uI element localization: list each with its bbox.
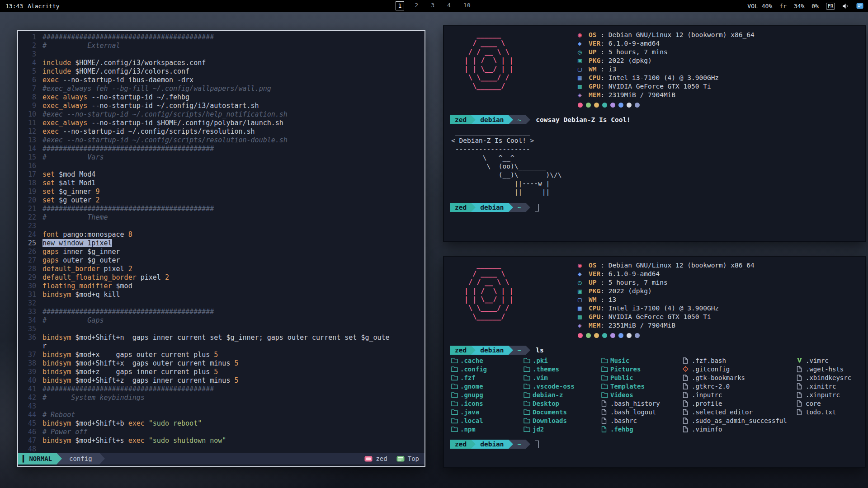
entry-name: Templates: [610, 383, 645, 390]
code-area[interactable]: 1#######################################…: [18, 33, 425, 455]
cowsay-output: ___________________ < Debian-Z Is Cool! …: [451, 128, 860, 197]
workspace-button-2[interactable]: 2: [412, 1, 420, 10]
entry-name: .viminfo: [692, 426, 722, 433]
fetch-value: NVIDIA GeForce GTX 1050 Ti: [609, 313, 711, 320]
token: # Power off: [42, 428, 87, 436]
directory-item: Videos: [601, 390, 683, 399]
top-bar: 13:43 Alacritty 123410 VOL 40% fr 34% 0%…: [0, 0, 868, 12]
entry-name: .gtkrc-2.0: [692, 383, 730, 390]
code-line: 16: [20, 162, 425, 170]
powerline-arrow: [471, 440, 476, 449]
line-number: 27: [20, 256, 36, 265]
token: ########################################…: [42, 385, 214, 393]
powerline-arrow: [526, 346, 530, 355]
fetch-value: i3: [609, 296, 616, 303]
fetch-row-packages: ▣PKG: 2022 (dpkg): [578, 56, 755, 65]
token: $mod+Shift+n gaps inner current set $g_i…: [71, 333, 389, 342]
line-text: set $mod Mod4: [42, 170, 95, 178]
terminal-window-ls[interactable]: ______ / ____ \ / / __ \ \ | | / \ | | |…: [443, 256, 866, 468]
keyboard-layout-text[interactable]: fr: [779, 3, 787, 9]
folder-icon: [524, 383, 533, 389]
line-text: font pango:monospace 8: [42, 230, 132, 239]
code-line: 25new_window 1pixel: [20, 239, 425, 248]
code-line: 23: [20, 222, 425, 230]
shell-prompt: zed debian ~ ls: [450, 346, 860, 355]
line-number: 2: [20, 42, 36, 50]
directory-item: .vscode-oss: [524, 382, 601, 390]
entry-name: .vim: [533, 374, 548, 381]
entry-name: .themes: [533, 366, 559, 373]
directory-item: .npm: [451, 425, 524, 433]
workspace-button-1[interactable]: 1: [396, 1, 405, 10]
powerline-arrow: [471, 346, 476, 355]
palette-dot: [610, 333, 615, 338]
token: pixel: [99, 265, 128, 273]
ls-column: .cache.config.fzf.gnome.gnupg.icons.java…: [451, 356, 524, 433]
fetch-value: Debian GNU/Linux 12 (bookworm) x86_64: [609, 31, 755, 38]
entry-name: core: [806, 400, 821, 407]
line-text: include $HOME/.config/i3/workspaces.conf: [42, 59, 206, 67]
ls-column: MusicPicturesPublicTemplatesVideos.bash_…: [601, 356, 683, 433]
code-line: 7#exec_always feh --bg-fill ~/.config/wa…: [20, 84, 425, 93]
terminal-window-cowsay[interactable]: ______ / ____ \ / / __ \ \ | | / \ | | |…: [443, 25, 866, 242]
line-text: #exec --no-startup-id ~/.config/scripts/…: [42, 136, 288, 144]
workspace-button-3[interactable]: 3: [429, 1, 437, 10]
token: 5: [234, 359, 238, 367]
line-number: 29: [20, 273, 36, 282]
code-line: 8exec_always --no-startup-id ~/.fehbg: [20, 93, 425, 102]
line-text: #exec --no-startup-id ~/.config/scripts/…: [42, 110, 288, 118]
terminal-content[interactable]: ______ / ____ \ / / __ \ \ | | / \ | | |…: [444, 257, 865, 467]
line-text: gaps outer $g_outer: [42, 256, 120, 264]
cpu-usage: 34%: [794, 3, 804, 9]
line-number: 34: [20, 316, 36, 325]
token: outer $g_outer: [59, 256, 120, 264]
fetch-colon: :: [600, 83, 608, 90]
mode-indicator: ▍NORMAL: [18, 453, 57, 465]
speaker-icon[interactable]: [842, 3, 849, 9]
position-icon: [396, 456, 405, 462]
workspace-button-4[interactable]: 4: [445, 1, 453, 10]
token: --no-startup-id ~/.fehbg: [87, 93, 189, 101]
entry-name: Videos: [610, 391, 633, 399]
terminal-content[interactable]: ______ / ____ \ / / __ \ \ | | / \ | | |…: [444, 26, 865, 241]
code-line: 10#exec --no-startup-id ~/.config/script…: [20, 110, 425, 119]
layout-badge[interactable]: FR: [826, 3, 835, 9]
workspace-button-10[interactable]: 10: [461, 1, 473, 10]
token: $mod+z gaps inner current plus: [71, 368, 214, 376]
code-line: 17set $mod Mod4: [20, 170, 425, 179]
fetch-row-kernel: ◆VER: 6.1.0-9-amd64: [578, 270, 755, 278]
fetch-row-os: ◉OS : Debian GNU/Linux 12 (bookworm) x86…: [578, 261, 755, 270]
editor-window[interactable]: 1#######################################…: [17, 30, 425, 467]
fetch-label: WM: [589, 66, 600, 73]
directory-item: Pictures: [601, 365, 683, 373]
file-icon: [601, 400, 610, 407]
ls-column: .pki.themes.vim.vscode-ossdebian-zDeskto…: [524, 356, 601, 433]
shell-prompt: zed debian ~: [450, 203, 860, 212]
token: --no-startup-id ibus-daemon -drx: [59, 76, 193, 84]
file-icon: [683, 375, 692, 381]
tray-app-icon[interactable]: [856, 3, 863, 9]
entry-name: .sudo_as_admin_successful: [692, 417, 787, 424]
file-icon: [797, 409, 806, 415]
file-item: .xbindkeysrc: [797, 373, 860, 382]
folder-icon: [451, 375, 460, 380]
prompt-path-segment: ~: [513, 115, 526, 124]
token: # Theme: [42, 213, 108, 221]
entry-name: .xbindkeysrc: [806, 374, 851, 381]
folder-icon: [601, 357, 610, 363]
code-line: 6exec --no-startup-id ibus-daemon -drx: [20, 76, 425, 84]
code-line: 44# Reboot: [20, 411, 425, 419]
fetch-label: VER: [589, 270, 600, 277]
fetch-label: MEM: [589, 322, 600, 329]
code-line: 21######################################…: [20, 205, 425, 213]
command-text: cowsay Debian-Z Is Cool!: [536, 116, 631, 123]
fetch-value: 5 hours, 7 mins: [609, 279, 668, 286]
fetch-info: ◉OS : Debian GNU/Linux 12 (bookworm) x86…: [578, 31, 755, 109]
code-line: 12exec --no-startup-id ~/.config/scripts…: [20, 127, 425, 136]
volume-indicator[interactable]: VOL 40%: [747, 3, 772, 9]
file-item: .sudo_as_admin_successful: [683, 416, 797, 425]
line-number: 4: [20, 59, 36, 67]
token: 5: [214, 368, 218, 376]
line-number: 23: [20, 222, 36, 230]
line-text: #exec_always feh --bg-fill ~/.config/wal…: [42, 84, 271, 93]
